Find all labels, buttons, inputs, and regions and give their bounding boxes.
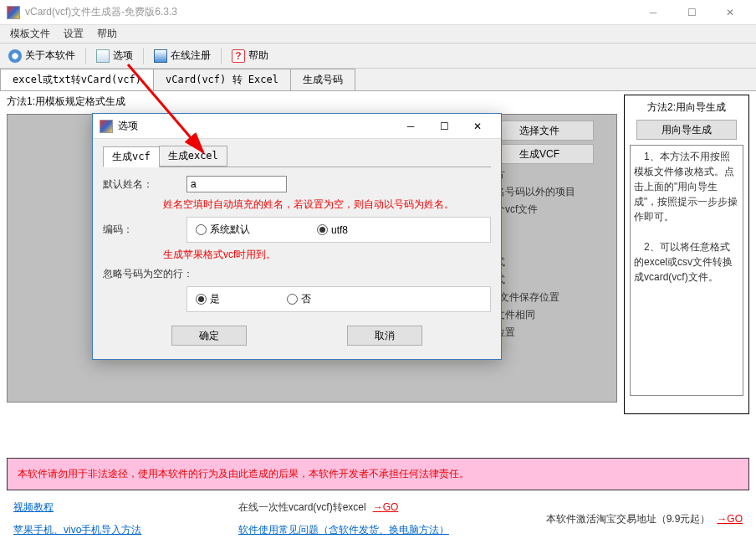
dialog-titlebar: 选项 ─ ☐ ✕ [93, 114, 501, 139]
taobao-go[interactable]: →GO [717, 513, 743, 525]
skip-yes-radio[interactable]: 是 [196, 292, 220, 306]
dialog-minimize-button[interactable]: ─ [394, 115, 427, 138]
encoding-utf8-radio[interactable]: utf8 [317, 224, 348, 236]
dialog-window-controls: ─ ☐ ✕ [394, 115, 494, 138]
links-col-3: 本软件激活淘宝交易地址（9.9元起）→GO [546, 500, 743, 537]
default-name-label: 默认姓名： [103, 177, 178, 192]
links-col-1: 视频教程 苹果手机、vivo手机导入方法 [13, 500, 141, 537]
dialog-tab-excel[interactable]: 生成excel [159, 146, 227, 167]
default-name-hint: 姓名空填时自动填充的姓名，若设置为空，则自动以号码为姓名。 [163, 197, 491, 212]
dialog-maximize-button[interactable]: ☐ [427, 115, 461, 138]
ok-button[interactable]: 确定 [171, 326, 247, 346]
skip-empty-label: 忽略号码为空的行： [103, 267, 203, 281]
window-title: vCard(vcf)文件生成器-免费版6.3.3 [25, 5, 634, 19]
cancel-button[interactable]: 取消 [347, 326, 422, 346]
online-conv-text: 在线一次性vcard(vcf)转excel [238, 501, 366, 513]
links-row: 视频教程 苹果手机、vivo手机导入方法 在线一次性vcard(vcf)转exc… [0, 497, 756, 544]
fmt2-label: 格式 [485, 273, 619, 287]
radio-icon [317, 224, 328, 235]
dialog-body: 生成vcf 生成excel 默认姓名： 姓名空填时自动填充的姓名，若设置为空，则… [93, 139, 501, 359]
radio-icon [287, 294, 298, 305]
toolbar: 关于本软件 选项 在线注册 ?帮助 [0, 44, 756, 69]
tab-excel-to-vcf[interactable]: excel或txt转vCard(vcf) [0, 69, 154, 90]
set-loc-label: 定位置 [485, 326, 619, 340]
encoding-label: 编码： [103, 223, 178, 237]
menu-settings[interactable]: 设置 [57, 25, 90, 43]
info-icon [8, 49, 22, 63]
radio-icon [196, 294, 207, 305]
wizard-button[interactable]: 用向导生成 [636, 120, 737, 140]
dialog-close-button[interactable]: ✕ [461, 115, 494, 138]
dialog-buttons: 确定 取消 [103, 326, 491, 346]
separator [221, 48, 222, 64]
main-tabs: excel或txt转vCard(vcf) vCard(vcf) 转 Excel … [0, 69, 756, 91]
skip-empty-row: 忽略号码为空的行： [103, 267, 491, 281]
skip-empty-options-row: 是 否 [103, 286, 491, 312]
photo-label: 照片 [485, 167, 619, 182]
right-pane: 方法2:用向导生成 用向导生成 1、本方法不用按照模板文件修改格式。点击上面的"… [624, 95, 749, 414]
encoding-hint: 生成苹果格式vcf时用到。 [163, 248, 491, 262]
dialog-tabs: 生成vcf 生成excel [103, 146, 491, 167]
options-dialog: 选项 ─ ☐ ✕ 生成vcf 生成excel 默认姓名： 姓名空填时自动填充的姓… [92, 113, 502, 360]
menu-template[interactable]: 模板文件 [3, 25, 57, 43]
separator [143, 48, 144, 64]
default-name-input[interactable] [186, 176, 287, 192]
separator [85, 48, 86, 64]
encoding-default-radio[interactable]: 系统默认 [196, 223, 250, 237]
encoding-options: 系统默认 utf8 [186, 217, 491, 243]
skip-no-radio[interactable]: 否 [287, 292, 311, 306]
fmt1-label: 格式 [485, 255, 619, 269]
tab-gen-numbers[interactable]: 生成号码 [290, 69, 355, 90]
close-button[interactable]: ✕ [711, 0, 749, 25]
other-items-label: 姓名号码以外的项目 [485, 185, 619, 199]
options-icon [96, 49, 110, 63]
method1-label: 方法1:用模板规定格式生成 [7, 95, 617, 109]
main-titlebar: vCard(vcf)文件生成器-免费版6.3.3 ─ ☐ ✕ [0, 0, 756, 25]
dialog-tab-vcf[interactable]: 生成vcf [103, 146, 160, 167]
window-controls: ─ ☐ ✕ [634, 0, 749, 25]
help-icon: ? [232, 49, 245, 63]
register-button[interactable]: 在线注册 [149, 47, 216, 64]
options-button[interactable]: 选项 [91, 47, 138, 64]
about-button[interactable]: 关于本软件 [3, 47, 80, 64]
encoding-row: 编码： 系统默认 utf8 [103, 217, 491, 243]
menu-bar: 模板文件 设置 帮助 [0, 25, 756, 44]
minimize-button[interactable]: ─ [634, 0, 672, 25]
dialog-app-icon [100, 120, 113, 133]
default-name-row: 默认姓名： [103, 176, 491, 192]
help-button[interactable]: ?帮助 [227, 47, 273, 64]
wizard-description: 1、本方法不用按照模板文件修改格式。点击上面的"用向导生成"，按照提示一步步操作… [630, 145, 743, 396]
tab-vcf-to-excel[interactable]: vCard(vcf) 转 Excel [153, 69, 291, 90]
maximize-button[interactable]: ☐ [672, 0, 711, 25]
taobao-text: 本软件激活淘宝交易地址（9.9元起） [546, 513, 711, 525]
links-col-2: 在线一次性vcard(vcf)转excel→GO 软件使用常见问题（含软件发货、… [238, 500, 449, 537]
save-loc-label: ard文件保存位置 [485, 290, 619, 305]
apple-vivo-link[interactable]: 苹果手机、vivo手机导入方法 [13, 523, 141, 537]
online-conv-go[interactable]: →GO [373, 501, 399, 513]
method2-label: 方法2:用向导生成 [630, 100, 743, 115]
menu-help[interactable]: 帮助 [90, 25, 124, 43]
multi-vcf-label: 多个vcf文件 [485, 203, 619, 217]
radio-icon [196, 224, 207, 235]
register-icon [154, 49, 167, 63]
side-buttons: 选择文件 生成VCF 照片 姓名号码以外的项目 多个vcf文件 格式 格式 ar… [485, 117, 619, 343]
legal-banner: 本软件请勿用于非法途径，使用本软件的行为及由此造成的后果，本软件开发者不承担任何… [7, 458, 749, 490]
skip-empty-options: 是 否 [186, 286, 491, 312]
app-icon [7, 6, 20, 19]
same-src-label: 源文件相同 [485, 308, 619, 322]
dialog-title: 选项 [118, 119, 394, 133]
faq-link[interactable]: 软件使用常见问题（含软件发货、换电脑方法） [238, 523, 449, 537]
video-tutorial-link[interactable]: 视频教程 [13, 500, 141, 515]
